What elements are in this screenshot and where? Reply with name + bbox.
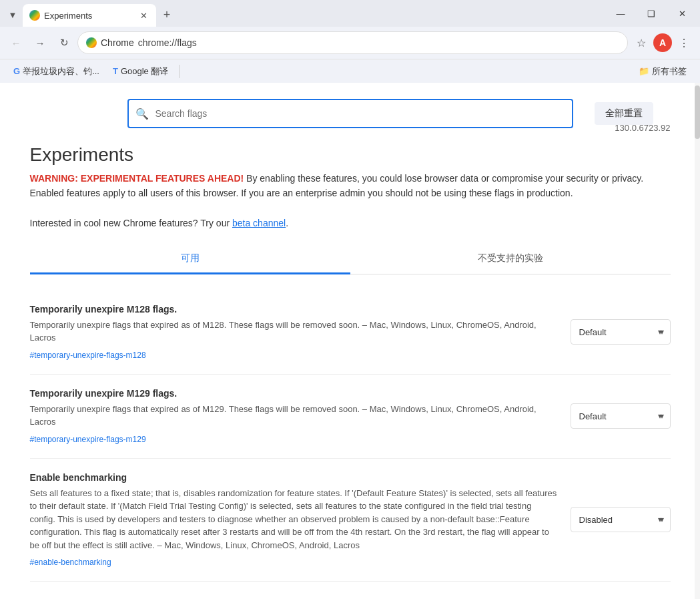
back-button[interactable]: ← [5, 32, 27, 53]
flag-select-value: Default [579, 411, 607, 421]
bookmark-item-translate[interactable]: T Google 翻译 [107, 64, 174, 79]
reload-button[interactable]: ↻ [53, 32, 75, 53]
flag-left: Temporarily unexpire M129 flags.Temporar… [30, 388, 557, 445]
bookmark-favicon-g: G [13, 66, 20, 76]
flag-item: Enable benchmarkingSets all features to … [30, 459, 671, 582]
beta-after-text: . [286, 218, 288, 228]
bookmarks-bar: G 举报垃圾内容、钓... T Google 翻译 📁 所有书签 [0, 59, 700, 83]
page-title: Experiments [30, 144, 134, 166]
reset-all-button[interactable]: 全部重置 [595, 102, 653, 125]
address-favicon [86, 37, 97, 48]
flag-select-display[interactable]: Default▾ [571, 403, 671, 429]
search-input[interactable] [127, 99, 573, 128]
flag-select-wrap: Disabled▾ [571, 507, 671, 532]
content-area: Experiments 130.0.6723.92 WARNING: EXPER… [3, 144, 697, 582]
flag-select-wrap: Default▾ [571, 403, 671, 429]
flag-select-wrap: Default▾ [571, 319, 671, 345]
window-controls: — ❑ ✕ [605, 0, 700, 27]
flag-link[interactable]: #enable-benchmarking [30, 558, 111, 567]
search-wrap: 🔍 全部重置 [127, 99, 573, 128]
flag-name: Temporarily unexpire M128 flags. [30, 304, 557, 315]
interested-text: Interested in cool new Chrome features? … [30, 218, 232, 228]
search-icon: 🔍 [135, 108, 149, 120]
chevron-down-icon: ▾ [658, 515, 662, 524]
warning-red-text: WARNING: EXPERIMENTAL FEATURES AHEAD! [30, 173, 244, 184]
flag-left: Temporarily unexpire M128 flags.Temporar… [30, 304, 557, 361]
toolbar: ← → ↻ Chrome chrome://flags ☆ A ⋮ [0, 27, 700, 59]
bookmarks-right: 📁 所有书签 [633, 64, 692, 79]
scrollbar[interactable] [695, 83, 700, 599]
bookmark-separator [179, 65, 180, 78]
maximize-button[interactable]: ❑ [636, 0, 667, 27]
bookmark-label-translate: Google 翻译 [121, 65, 169, 77]
bookmark-item-spam[interactable]: G 举报垃圾内容、钓... [8, 64, 105, 79]
flag-item: Temporarily unexpire M129 flags.Temporar… [30, 375, 671, 459]
flag-desc: Sets all features to a fixed state; that… [30, 487, 557, 552]
forward-button[interactable]: → [29, 32, 51, 53]
profile-icon[interactable]: A [653, 33, 672, 52]
tab-strip: ▼ Experiments ✕ + [0, 0, 605, 27]
flag-left: Enable benchmarkingSets all features to … [30, 472, 557, 568]
close-window-button[interactable]: ✕ [667, 0, 697, 27]
flag-desc: Temporarily unexpire flags that expired … [30, 319, 557, 345]
chevron-down-icon: ▾ [658, 327, 662, 337]
flag-select-display[interactable]: Disabled▾ [571, 507, 671, 532]
tabs-row: 可用 不受支持的实验 [30, 244, 671, 274]
minimize-button[interactable]: — [605, 0, 636, 27]
tab-title: Experiments [44, 11, 133, 21]
tab-unsupported[interactable]: 不受支持的实验 [350, 244, 671, 274]
flags-list: Temporarily unexpire M128 flags.Temporar… [30, 290, 671, 582]
flag-name: Temporarily unexpire M129 flags. [30, 388, 557, 399]
active-tab[interactable]: Experiments ✕ [23, 4, 156, 27]
folder-icon: 📁 [639, 66, 649, 76]
scrollbar-thumb[interactable] [695, 85, 700, 139]
warning-box: WARNING: EXPERIMENTAL FEATURES AHEAD! By… [30, 171, 671, 231]
tab-close-button[interactable]: ✕ [137, 9, 149, 21]
address-bar[interactable]: Chrome chrome://flags [77, 31, 628, 54]
bookmark-favicon-translate: T [113, 66, 118, 76]
all-bookmarks-label: 所有书签 [652, 65, 687, 77]
chevron-down-icon: ▾ [658, 411, 662, 421]
beta-channel-link[interactable]: beta channel [232, 218, 286, 228]
toolbar-right: ☆ A ⋮ [631, 32, 695, 53]
flag-select-value: Disabled [579, 515, 613, 525]
flag-desc: Temporarily unexpire flags that expired … [30, 403, 557, 429]
flag-select-display[interactable]: Default▾ [571, 319, 671, 345]
new-tab-button[interactable]: + [157, 5, 176, 24]
flag-link[interactable]: #temporary-unexpire-flags-m129 [30, 435, 146, 444]
tab-prev-button[interactable]: ▼ [5, 5, 20, 24]
tab-favicon [29, 10, 40, 21]
chrome-label: Chrome [101, 37, 134, 48]
flag-link[interactable]: #temporary-unexpire-flags-m128 [30, 351, 146, 360]
flag-select-value: Default [579, 327, 607, 337]
titlebar: ▼ Experiments ✕ + — ❑ ✕ [0, 0, 700, 27]
bookmark-button[interactable]: ☆ [631, 32, 652, 53]
flag-item: Temporarily unexpire M128 flags.Temporar… [30, 290, 671, 375]
all-bookmarks-folder[interactable]: 📁 所有书签 [633, 64, 692, 79]
flag-name: Enable benchmarking [30, 472, 557, 483]
address-url: chrome://flags [138, 37, 197, 48]
more-button[interactable]: ⋮ [673, 32, 695, 53]
page-content: 🔍 全部重置 Experiments 130.0.6723.92 WARNING… [0, 83, 700, 599]
bookmark-label-spam: 举报垃圾内容、钓... [23, 65, 99, 77]
tab-available[interactable]: 可用 [30, 244, 350, 274]
